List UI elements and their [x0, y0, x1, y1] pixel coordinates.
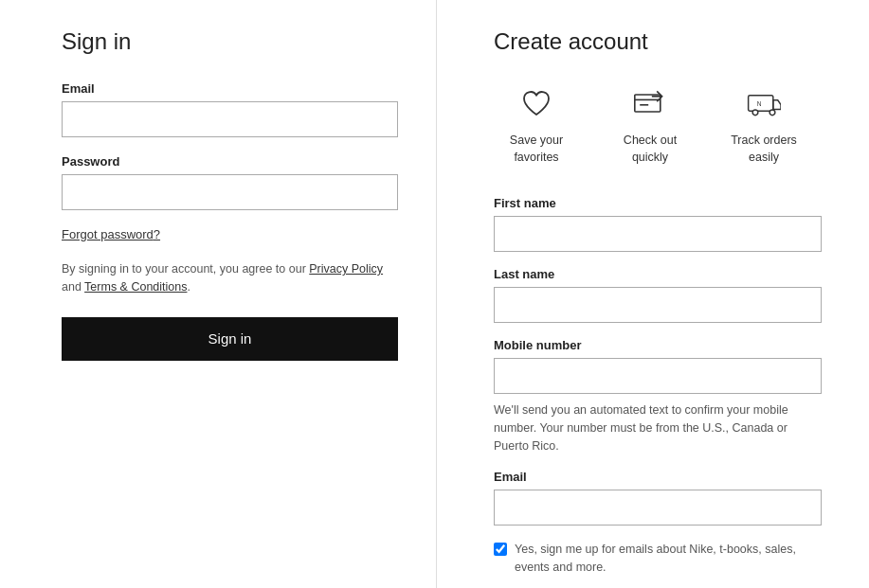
last-name-label: Last name	[494, 267, 822, 281]
tracking-icon: N	[742, 81, 786, 125]
privacy-policy-link[interactable]: Privacy Policy	[309, 262, 383, 276]
email-signup-label: Yes, sign me up for emails about Nike, t…	[515, 541, 822, 577]
benefit-tracking-label: Track orders easily	[721, 133, 806, 166]
mobile-label: Mobile number	[494, 338, 822, 352]
password-field[interactable]	[62, 174, 398, 210]
email-label: Email	[62, 81, 398, 96]
email-group: Email	[62, 81, 398, 137]
terms-link[interactable]: Terms & Conditions	[84, 280, 187, 294]
sign-in-button[interactable]: Sign in	[62, 317, 398, 361]
last-name-field[interactable]	[494, 287, 822, 323]
forgot-password-link[interactable]: Forgot password?	[62, 227, 160, 241]
benefit-tracking: N Track orders easily	[721, 81, 806, 166]
password-label: Password	[62, 154, 398, 169]
create-account-panel: Create account Save your favorites	[436, 0, 869, 588]
svg-text:N: N	[757, 100, 762, 107]
first-name-field[interactable]	[494, 216, 822, 252]
svg-point-5	[752, 110, 758, 116]
first-name-label: First name	[494, 196, 822, 210]
benefit-checkout: Check out quickly	[607, 81, 693, 166]
last-name-group: Last name	[494, 267, 822, 323]
benefit-checkout-label: Check out quickly	[607, 133, 693, 166]
create-email-group: Email	[494, 470, 822, 526]
mobile-note: We'll send you an automated text to conf…	[494, 401, 822, 454]
svg-point-6	[769, 110, 775, 116]
heart-icon	[515, 81, 558, 125]
create-account-title: Create account	[494, 28, 822, 55]
email-signup-group: Yes, sign me up for emails about Nike, t…	[494, 541, 822, 577]
benefit-favorites: Save your favorites	[494, 81, 579, 166]
password-group: Password	[62, 154, 398, 210]
email-field[interactable]	[62, 101, 398, 137]
svg-rect-0	[635, 95, 661, 112]
checkout-icon	[628, 81, 672, 125]
email-signup-checkbox[interactable]	[494, 543, 507, 556]
create-email-field[interactable]	[494, 490, 822, 526]
create-account-form: First name Last name Mobile number We'll…	[494, 196, 822, 577]
agreement-text: By signing in to your account, you agree…	[62, 260, 398, 296]
benefits-row: Save your favorites Check out quickly	[494, 81, 822, 166]
sign-in-panel: Sign in Email Password Forgot password? …	[0, 0, 436, 588]
sign-in-title: Sign in	[62, 28, 398, 55]
create-email-label: Email	[494, 470, 822, 484]
mobile-group: Mobile number We'll send you an automate…	[494, 338, 822, 454]
mobile-field[interactable]	[494, 358, 822, 394]
first-name-group: First name	[494, 196, 822, 252]
benefit-favorites-label: Save your favorites	[494, 133, 579, 166]
forgot-password-wrapper: Forgot password?	[62, 227, 398, 241]
